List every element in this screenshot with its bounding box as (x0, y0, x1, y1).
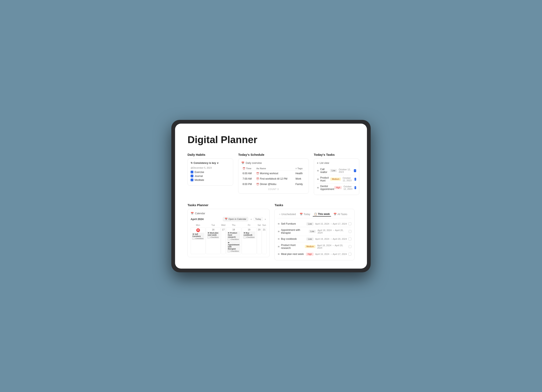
schedule-sub: 📅 Daily overview (241, 162, 306, 164)
tab-this-week[interactable]: 📋 This week (313, 212, 331, 217)
calendar-event[interactable]: ≋ Sell Furniture Checkbox (192, 233, 204, 240)
schedule-event: ⏰First workblock till 12 PM (255, 176, 294, 181)
task-checkbox[interactable] (349, 245, 351, 248)
schedule-event: ⏰Morning workout (255, 170, 294, 176)
task-right: Medium October 12, 2023 ✓ (330, 177, 356, 182)
task-date: October 12, 2023 (343, 185, 353, 190)
prev-month-button[interactable]: ‹ (250, 217, 252, 221)
mini-checkbox[interactable] (208, 236, 210, 238)
bottom-grid: Tasks Planner 📅 Calendar April 2024 📅 Op… (188, 203, 354, 260)
calendar-day-19[interactable]: 19 ≋ Buy cookbook Checkbox (242, 227, 256, 254)
table-row: 7:00 AM ⏰First workblock till 12 PM Work (241, 176, 306, 181)
calendar-nav: ‹ Today › (250, 217, 266, 221)
schedule-title: Today's Schedule (238, 153, 309, 156)
habits-filter[interactable]: ↻ Consistency is key ∨ (191, 162, 230, 164)
tasks-planner-title: Tasks Planner (188, 203, 270, 207)
task-checkbox[interactable] (348, 238, 351, 240)
today-button[interactable]: Today (254, 217, 263, 221)
event-title: ≋ Product Hunt research (228, 232, 239, 238)
layers-icon: ≋ (278, 238, 280, 240)
schedule-tag: Work (294, 176, 306, 181)
tab-today[interactable]: 📅 Today (298, 212, 311, 217)
task-checkbox[interactable]: ✓ (354, 169, 356, 172)
top-grid: Daily Habits ↻ Consistency is key ∨ @Dec… (188, 153, 354, 195)
schedule-tag: Health (294, 170, 306, 176)
schedule-event: ⏰Dinner @Nobu (255, 181, 294, 187)
event-title: ≋ Meal plan next week (208, 232, 219, 236)
habit-label: Exercise (195, 171, 204, 174)
priority-badge: Low (306, 238, 313, 241)
mini-checkbox[interactable] (193, 238, 195, 239)
mini-checkbox[interactable] (228, 250, 230, 252)
refresh-icon: ↻ (191, 162, 193, 164)
tasks-title: Tasks (275, 203, 354, 207)
layers-icon: ≋ (317, 178, 319, 181)
calendar-header: April 2024 📅 Open in Calendar ‹ Today › (191, 217, 266, 221)
tab-all-tasks[interactable]: 📅 All Tasks (332, 212, 348, 217)
task-list-name: ≋ Meal plan next week (278, 253, 304, 255)
task-date: April 18, 2024 → April 20, 2024 (318, 229, 347, 234)
task-date: April 19, 2024 → April 20, 2024 (315, 238, 347, 240)
priority-badge: Low (306, 222, 313, 225)
task-checkbox[interactable] (348, 222, 351, 225)
date-number: 19 (243, 228, 255, 231)
calendar-day-16[interactable]: 16 ≋ Meal plan next week Checkbox (206, 227, 221, 254)
task-list-right: High April 16, 2024 → April 17, 2024 (306, 253, 351, 256)
priority-badge: High (334, 186, 342, 189)
task-list-right: Low April 19, 2024 → April 20, 2024 (306, 238, 351, 241)
calendar-event[interactable]: ≋ Product Hunt research Checkbox (227, 232, 240, 241)
task-date: April 15, 2024 → April 17, 2024 (315, 222, 347, 225)
day-header-sat: Sat (257, 223, 261, 227)
task-checkbox[interactable]: ✓ (354, 178, 356, 181)
task-date: October 12, 2023 (339, 168, 352, 173)
habit-label: Meditate (195, 179, 204, 181)
task-list-row: ≋ Meal plan next week High April 16, 202… (278, 251, 351, 257)
schedule-time: 7:00 AM (241, 176, 255, 181)
task-list-right: Medium April 18, 2024 → April 20, 2024 (305, 244, 351, 249)
task-name: ≋ Dentist Appointment (317, 185, 334, 191)
task-date: October 12, 2023 (343, 177, 353, 182)
calendar-day-17[interactable]: 17 (221, 227, 226, 254)
checkbox-journal[interactable]: ✓ (191, 175, 193, 177)
task-checkbox[interactable] (349, 230, 351, 233)
calendar-day-15[interactable]: 15 ≋ Sell Furniture Checkbox (191, 227, 205, 254)
col-name: Aa Name (255, 167, 294, 171)
daily-habits-title: Daily Habits (188, 153, 233, 156)
next-month-button[interactable]: › (264, 217, 266, 221)
calendar-icon: 📅 (241, 162, 244, 164)
priority-badge: High (306, 253, 314, 256)
list-item[interactable]: ✓ Exercise (191, 171, 230, 174)
tab-unscheduled[interactable]: ○ Unscheduled (278, 212, 297, 217)
checkbox-exercise[interactable]: ✓ (191, 171, 193, 173)
table-row: 8:00 PM ⏰Dinner @Nobu Family (241, 181, 306, 187)
schedule-time: 6:00 AM (241, 170, 255, 176)
event-checkbox-row: Checkbox (244, 236, 255, 238)
calendar-event[interactable]: ≋ Appointment with therapist Checkbox (227, 241, 240, 253)
calendar-day-18[interactable]: 18 ≋ Product Hunt research Checkbox ≋ Ap… (226, 227, 241, 254)
col-tags: ≡ Tags (294, 167, 306, 171)
calendar-event[interactable]: ≋ Buy cookbook Checkbox (243, 232, 255, 239)
event-checkbox-row: Checkbox (208, 236, 219, 238)
priority-badge: Low (309, 230, 316, 233)
device-frame: Digital Planner Daily Habits ↻ Consisten… (171, 120, 371, 272)
date-number: 16 (207, 228, 219, 231)
tasks-section: Tasks ○ Unscheduled 📅 Today 📋 (275, 203, 354, 260)
page-title: Digital Planner (188, 134, 354, 145)
event-checkbox-row: Checkbox (193, 238, 204, 239)
calendar-event[interactable]: ≋ Meal plan next week Checkbox (207, 232, 219, 239)
task-checkbox[interactable] (348, 253, 351, 255)
today-tasks-sub: ≡ List view (317, 162, 356, 164)
open-calendar-button[interactable]: 📅 Open in Calendar (223, 217, 248, 221)
tasks-tabs: ○ Unscheduled 📅 Today 📋 This week 📅 (278, 212, 351, 218)
calendar-day-21[interactable]: 21 (262, 227, 266, 254)
today-tasks-list: ≋ Call realtor Low October 12, 2023 ✓ (317, 167, 356, 192)
list-item[interactable]: ✓ Journal (191, 175, 230, 178)
mini-checkbox[interactable] (244, 236, 246, 238)
task-name: ≋ Product Hunt (317, 176, 330, 182)
task-checkbox[interactable]: ✓ (354, 186, 356, 189)
checkbox-meditate[interactable]: ✓ (191, 179, 193, 181)
mini-checkbox[interactable] (228, 238, 230, 240)
list-item[interactable]: ✓ Meditate (191, 179, 230, 181)
calendar-day-20[interactable]: 20 (257, 227, 261, 254)
schedule-panel: 📅 Daily overview ⏰ Time Aa Name ≡ Tags (238, 159, 309, 194)
